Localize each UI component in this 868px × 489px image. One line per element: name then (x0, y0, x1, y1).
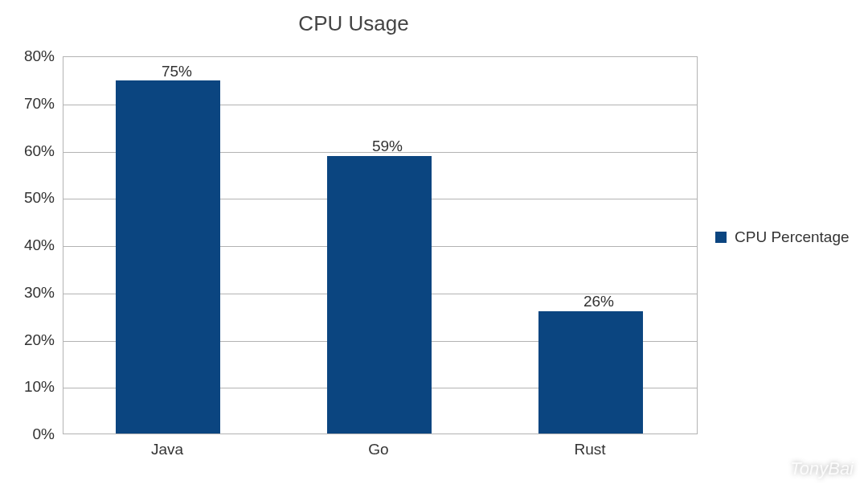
legend: CPU Percentage (715, 228, 850, 246)
bar-value-label: 26% (583, 293, 614, 310)
wechat-icon (763, 458, 784, 479)
bar-rust (538, 311, 643, 434)
y-tick-label: 10% (10, 378, 55, 396)
chart-title: CPU Usage (0, 11, 707, 36)
x-tick-label: Rust (574, 441, 605, 458)
chart-container: CPU Usage 0% 10% 20% 30% 40% 50% 60% 70%… (0, 0, 868, 489)
x-tick-label: Go (368, 441, 388, 458)
x-tick-label: Java (151, 441, 183, 458)
y-tick-label: 40% (10, 236, 55, 254)
bar-value-label: 59% (372, 138, 403, 155)
legend-label: CPU Percentage (735, 228, 850, 246)
y-tick-label: 20% (10, 331, 55, 349)
watermark: TonyBai (763, 458, 854, 479)
bar-value-label: 75% (162, 63, 192, 80)
plot-area (63, 56, 698, 434)
y-tick-label: 70% (10, 95, 55, 113)
y-tick-label: 0% (10, 425, 55, 443)
legend-swatch-icon (715, 232, 727, 243)
y-tick-label: 50% (10, 189, 55, 207)
bar-java (116, 80, 220, 434)
watermark-text: TonyBai (790, 458, 854, 479)
y-tick-label: 60% (10, 142, 55, 160)
bar-go (327, 156, 432, 434)
y-tick-label: 30% (10, 284, 55, 302)
y-tick-label: 80% (10, 47, 55, 65)
